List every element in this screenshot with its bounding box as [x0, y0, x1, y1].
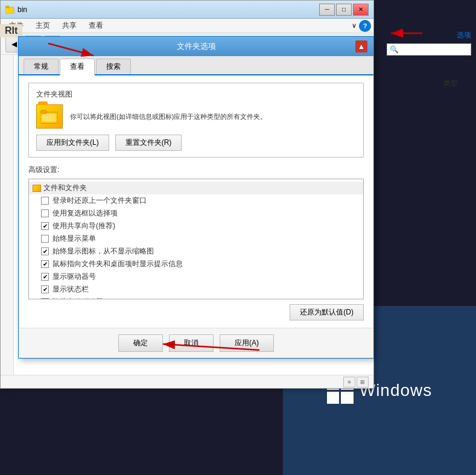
- menu-share[interactable]: 共享: [56, 19, 83, 32]
- left-panel: [1, 55, 14, 375]
- tab-view[interactable]: 查看: [60, 59, 95, 75]
- apply-button[interactable]: 应用(A): [220, 334, 274, 352]
- reset-folder-button[interactable]: 重置文件夹(R): [115, 135, 182, 151]
- item-label-7: 显示状态栏: [52, 284, 89, 295]
- checkbox-6[interactable]: ✔: [41, 273, 49, 281]
- help-button[interactable]: ?: [359, 20, 371, 32]
- dialog-bottom-buttons: 确定 取消 应用(A): [19, 328, 373, 358]
- tab-general[interactable]: 常规: [24, 59, 59, 74]
- settings-item-0[interactable]: 登录时还原上一个文件夹窗口: [29, 194, 363, 207]
- settings-item-2[interactable]: ✔ 使用共享向导(推荐): [29, 220, 363, 232]
- dialog-close-button[interactable]: ▲: [355, 40, 367, 53]
- search-input-mini[interactable]: 🔍: [387, 43, 471, 56]
- folder-view-buttons: 应用到文件夹(L) 重置文件夹(R): [36, 135, 356, 151]
- svg-rect-3: [40, 110, 46, 113]
- settings-item-7[interactable]: ✔ 显示状态栏: [29, 283, 363, 296]
- title-bar-left: bin: [5, 5, 27, 14]
- folder-view-row: 你可以将此视图(如详细信息或图标)应用于这种类型的所有文件夹。: [36, 104, 356, 129]
- item-label-8: 隐藏空的驱动器: [52, 297, 103, 299]
- item-label-4: 始终显示图标，从不显示缩略图: [52, 246, 154, 257]
- item-label-5: 鼠标指向文件夹和桌面项时显示提示信息: [52, 259, 183, 269]
- status-bar: ≡ ⊞: [1, 375, 373, 388]
- settings-item-8[interactable]: ✔ 隐藏空的驱动器: [29, 296, 363, 299]
- folder-view-section-title: 文件夹视图: [36, 89, 356, 100]
- minimize-button[interactable]: ─: [319, 4, 335, 16]
- settings-list-box[interactable]: 文件和文件夹 登录时还原上一个文件夹窗口 使用复选框以选择项 ✔ 使用共享向导(…: [28, 179, 364, 299]
- detail-view-button[interactable]: ≡: [343, 377, 355, 387]
- maximize-button[interactable]: □: [336, 4, 352, 16]
- checkbox-2[interactable]: ✔: [41, 222, 49, 230]
- checkbox-0[interactable]: [41, 197, 49, 205]
- title-bar: bin ─ □ ✕: [1, 1, 373, 19]
- item-label-2: 使用共享向导(推荐): [52, 221, 115, 231]
- folder-view-description: 你可以将此视图(如详细信息或图标)应用于这种类型的所有文件夹。: [70, 112, 356, 122]
- menu-home[interactable]: 主页: [30, 19, 56, 32]
- menu-bar: 文件 主页 共享 查看 ∨ ?: [1, 19, 373, 33]
- folder-options-dialog: 文件夹选项 ▲ 常规 查看 搜索 文件夹视图 你可以将此视图(如详细信息或图标)…: [18, 36, 374, 359]
- settings-item-4[interactable]: ✔ 始终显示图标，从不显示缩略图: [29, 245, 363, 258]
- options-label[interactable]: 选项: [457, 30, 471, 40]
- menu-view[interactable]: 查看: [83, 19, 109, 32]
- svg-rect-1: [5, 6, 9, 8]
- close-button[interactable]: ✕: [353, 4, 369, 16]
- checkbox-8[interactable]: ✔: [41, 298, 49, 299]
- type-column-header[interactable]: 类型: [443, 78, 458, 89]
- folder-title-icon: [5, 5, 15, 14]
- apply-to-folder-button[interactable]: 应用到文件夹(L): [36, 135, 109, 151]
- checkbox-7[interactable]: ✔: [41, 285, 49, 293]
- cancel-button[interactable]: 取消: [169, 334, 214, 352]
- settings-item-6[interactable]: ✔ 显示驱动器号: [29, 270, 363, 283]
- expand-icon[interactable]: ∨: [352, 22, 357, 30]
- checkbox-5[interactable]: ✔: [41, 260, 49, 268]
- search-icon: 🔍: [390, 45, 399, 54]
- item-label-3: 始终显示菜单: [52, 234, 96, 244]
- view-buttons: ≡ ⊞: [343, 377, 369, 387]
- checkbox-1[interactable]: [41, 209, 49, 217]
- checkbox-4[interactable]: ✔: [41, 247, 49, 255]
- restore-btn-row: 还原为默认值(D): [28, 304, 364, 320]
- item-label-1: 使用复选框以选择项: [52, 208, 118, 218]
- search-area: 🔍: [387, 43, 471, 56]
- svg-rect-0: [5, 7, 14, 13]
- checkbox-3[interactable]: [41, 235, 49, 243]
- group-folder-icon: [33, 185, 41, 192]
- settings-item-3[interactable]: 始终显示菜单: [29, 232, 363, 245]
- group-label: 文件和文件夹: [43, 183, 87, 193]
- settings-item-5[interactable]: ✔ 鼠标指向文件夹和桌面项时显示提示信息: [29, 258, 363, 270]
- settings-list: 文件和文件夹 登录时还原上一个文件夹窗口 使用复选框以选择项 ✔ 使用共享向导(…: [29, 179, 363, 299]
- settings-group-header: 文件和文件夹: [29, 182, 363, 194]
- folder-view-section: 文件夹视图 你可以将此视图(如详细信息或图标)应用于这种类型的所有文件夹。 应用…: [28, 83, 364, 158]
- item-label-0: 登录时还原上一个文件夹窗口: [52, 196, 147, 206]
- title-bar-controls: ─ □ ✕: [319, 4, 369, 16]
- svg-rect-4: [42, 114, 56, 121]
- dialog-tabs: 常规 查看 搜索: [19, 56, 373, 75]
- dialog-content: 文件夹视图 你可以将此视图(如详细信息或图标)应用于这种类型的所有文件夹。 应用…: [19, 75, 373, 328]
- settings-item-1[interactable]: 使用复选框以选择项: [29, 207, 363, 220]
- large-icon-view-button[interactable]: ⊞: [357, 377, 369, 387]
- restore-defaults-button[interactable]: 还原为默认值(D): [290, 304, 364, 320]
- dialog-title-bar: 文件夹选项 ▲: [19, 37, 373, 56]
- folder-icon-large: [36, 104, 63, 129]
- ok-button[interactable]: 确定: [118, 334, 163, 352]
- tab-search[interactable]: 搜索: [96, 59, 131, 74]
- rit-label: RIt: [0, 24, 22, 37]
- item-label-6: 显示驱动器号: [52, 272, 96, 282]
- advanced-label: 高级设置:: [28, 165, 364, 175]
- dialog-title: 文件夹选项: [37, 41, 355, 52]
- menu-bar-right: ∨ ?: [352, 20, 371, 32]
- window-title: bin: [17, 5, 27, 14]
